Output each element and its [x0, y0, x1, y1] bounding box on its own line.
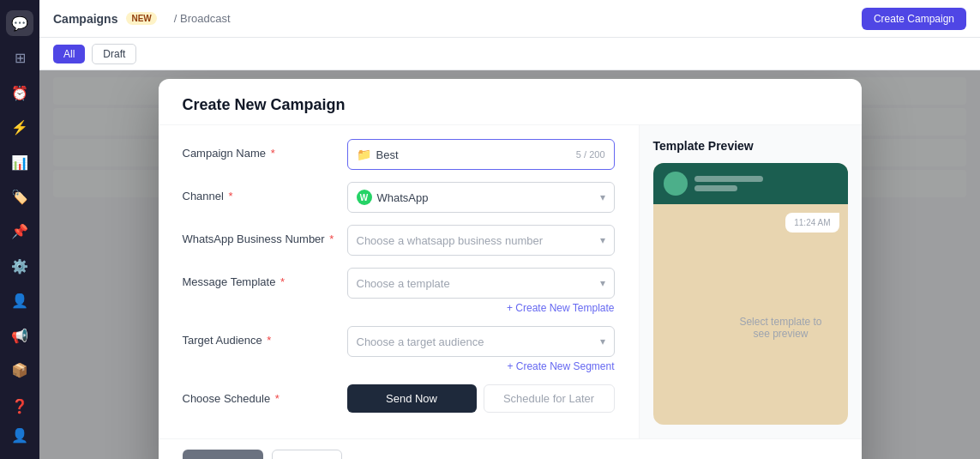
main-area: Campaigns NEW / Broadcast Create Campaig…	[39, 0, 980, 459]
create-segment-link[interactable]: + Create New Segment	[347, 360, 615, 372]
message-template-field: Choose a template ▾ + Create New Templat…	[347, 268, 615, 314]
target-audience-field: Choose a target audience ▾ + Create New …	[347, 326, 615, 372]
sidebar-icon-megaphone[interactable]: 📢	[6, 323, 33, 348]
sidebar-icon-chart[interactable]: 📊	[6, 149, 33, 175]
modal-backdrop: Create New Campaign Campaign Name *	[39, 70, 980, 459]
campaign-name-counter: 5 / 200	[576, 149, 605, 160]
sidebar-icon-chat[interactable]: 💬	[6, 10, 33, 36]
subbar: All Draft	[39, 38, 980, 70]
target-audience-row: Target Audience * Choose a target audien…	[183, 326, 615, 372]
content: Create New Campaign Campaign Name *	[39, 70, 980, 459]
sidebar: 💬 ⊞ ⏰ ⚡ 📊 🏷️ 📌 ⚙️ 👤 📢 📦 ❓ 👤	[0, 0, 39, 459]
campaign-name-row: Campaign Name * 📁 5 / 200	[183, 139, 615, 170]
modal-title: Create New Campaign	[183, 96, 346, 113]
whatsapp-number-content: Choose a whatsapp business number	[357, 234, 600, 247]
draft-button[interactable]: Draft	[92, 44, 136, 64]
preview-title: Template Preview	[653, 139, 848, 153]
whatsapp-icon: W	[357, 190, 372, 205]
campaign-name-field: 📁 5 / 200	[347, 139, 615, 170]
schedule-buttons: Send Now Schedule for Later	[347, 384, 615, 413]
campaign-name-input[interactable]	[376, 148, 571, 161]
modal-header: Create New Campaign	[159, 79, 862, 125]
phone-mockup: 11:24 AM Select template to see preview	[653, 163, 848, 425]
folder-icon: 📁	[357, 148, 371, 161]
choose-schedule-label: Choose Schedule *	[183, 384, 337, 405]
topbar-breadcrumb: / Broadcast	[174, 12, 231, 25]
phone-avatar	[664, 172, 688, 196]
sidebar-icon-pin[interactable]: 📌	[6, 219, 33, 245]
target-audience-chevron-icon: ▾	[600, 335, 605, 347]
message-template-row: Message Template * Choose a template ▾ +…	[183, 268, 615, 314]
target-audience-select[interactable]: Choose a target audience ▾	[347, 326, 615, 357]
sidebar-icon-settings[interactable]: ⚙️	[6, 253, 33, 279]
whatsapp-number-select[interactable]: Choose a whatsapp business number ▾	[347, 225, 615, 256]
target-audience-content: Choose a target audience	[357, 335, 600, 348]
phone-contact-line-short	[694, 185, 737, 191]
campaign-name-input-wrapper[interactable]: 📁 5 / 200	[347, 139, 615, 170]
message-template-label: Message Template *	[183, 268, 337, 288]
channel-select[interactable]: W WhatsApp ▾	[347, 182, 615, 213]
whatsapp-number-row: WhatsApp Business Number * Choose a what…	[183, 225, 615, 256]
sidebar-icon-grid[interactable]: ⊞	[6, 45, 33, 70]
message-template-content: Choose a template	[357, 277, 600, 290]
choose-schedule-field: Send Now Schedule for Later	[347, 384, 615, 413]
sidebar-icon-tag[interactable]: 🏷️	[6, 184, 33, 209]
channel-chevron-icon: ▾	[600, 191, 605, 203]
phone-contact-line-long	[694, 176, 763, 182]
sidebar-icon-package[interactable]: 📦	[6, 358, 33, 384]
all-button[interactable]: All	[53, 45, 85, 63]
channel-select-content: W WhatsApp	[357, 190, 600, 205]
sidebar-icon-clock[interactable]: ⏰	[6, 80, 33, 106]
modal-body: Campaign Name * 📁 5 / 200	[159, 125, 862, 438]
topbar: Campaigns NEW / Broadcast Create Campaig…	[39, 0, 980, 38]
cancel-button[interactable]: Cancel	[272, 450, 342, 459]
whatsapp-number-chevron-icon: ▾	[600, 234, 605, 246]
chat-time: 11:24 AM	[794, 218, 830, 227]
sidebar-icon-profile[interactable]: 👤	[6, 421, 33, 449]
whatsapp-number-label: WhatsApp Business Number *	[183, 225, 337, 245]
send-now-button[interactable]: Send Now	[347, 384, 477, 413]
form-side: Campaign Name * 📁 5 / 200	[159, 125, 639, 438]
sidebar-icon-contact[interactable]: 👤	[6, 288, 33, 314]
create-template-link[interactable]: + Create New Template	[347, 302, 615, 314]
sidebar-icon-help[interactable]: ❓	[6, 392, 33, 420]
chat-bubble: 11:24 AM	[785, 213, 839, 233]
sidebar-icon-filter[interactable]: ⚡	[6, 114, 33, 140]
phone-header	[653, 163, 848, 204]
channel-field: W WhatsApp ▾	[347, 182, 615, 213]
preview-side: Template Preview 1	[639, 125, 862, 438]
schedule-button[interactable]: Schedule	[183, 450, 263, 459]
phone-contact-lines	[694, 176, 838, 191]
modal: Create New Campaign Campaign Name *	[159, 79, 862, 459]
modal-footer: Schedule Cancel	[159, 438, 862, 459]
target-audience-label: Target Audience *	[183, 326, 337, 347]
create-campaign-button[interactable]: Create Campaign	[862, 8, 966, 30]
topbar-badge: NEW	[126, 12, 156, 25]
choose-schedule-row: Choose Schedule * Send Now Schedule for …	[183, 384, 615, 413]
whatsapp-number-field: Choose a whatsapp business number ▾	[347, 225, 615, 256]
channel-label: Channel *	[183, 182, 337, 202]
phone-body: 11:24 AM Select template to see preview	[653, 204, 848, 425]
campaign-name-label: Campaign Name *	[183, 139, 337, 160]
topbar-title: Campaigns	[53, 12, 117, 26]
select-template-hint: Select template to see preview	[722, 239, 839, 416]
message-template-select[interactable]: Choose a template ▾	[347, 268, 615, 299]
schedule-later-button[interactable]: Schedule for Later	[484, 384, 615, 413]
message-template-chevron-icon: ▾	[600, 277, 605, 289]
channel-row: Channel * W WhatsApp ▾	[183, 182, 615, 213]
